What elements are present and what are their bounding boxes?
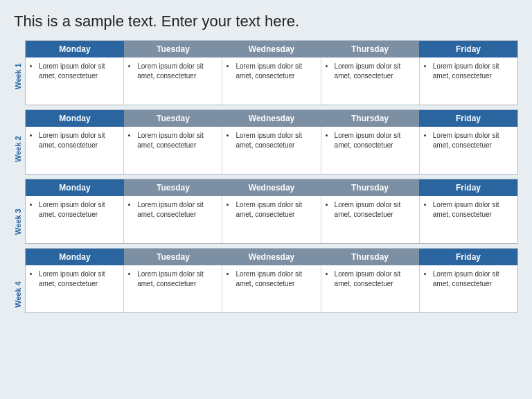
week-label-1: Week 1	[14, 40, 22, 113]
week4-tuesday-header: Tuesday	[124, 249, 222, 265]
week-row-4: Monday Tuesday Wednesday Thursday Friday…	[25, 248, 518, 313]
week3-monday-cell[interactable]: Lorem ipsum dolor sit amet, consectetuer	[26, 196, 124, 243]
week2-tuesday-header: Tuesday	[124, 110, 222, 127]
week3-friday-cell[interactable]: Lorem ipsum dolor sit amet, consectetuer	[420, 196, 517, 243]
week4-friday-header: Friday	[419, 249, 517, 265]
week3-friday-header: Friday	[419, 179, 517, 196]
week2-thursday-cell[interactable]: Lorem ipsum dolor sit amet, consectetuer	[321, 127, 420, 174]
week-label-2: Week 2	[14, 113, 22, 186]
week2-monday-header: Monday	[26, 110, 124, 127]
week3-day-cells: Lorem ipsum dolor sit amet, consectetuer…	[26, 196, 517, 243]
week-row-2: Monday Tuesday Wednesday Thursday Friday…	[25, 109, 518, 175]
week-labels: Week 1 Week 2 Week 3 Week 4	[14, 40, 22, 331]
week4-thursday-header: Thursday	[321, 249, 419, 265]
page-title: This is a sample text. Enter your text h…	[14, 12, 299, 30]
week1-wednesday-header: Wednesday	[222, 41, 321, 57]
week4-thursday-cell[interactable]: Lorem ipsum dolor sit amet, consectetuer	[321, 265, 420, 312]
week3-day-headers: Monday Tuesday Wednesday Thursday Friday	[26, 179, 517, 196]
week1-day-cells: Lorem ipsum dolor sit amet, consectetuer…	[26, 57, 517, 105]
week3-wednesday-cell[interactable]: Lorem ipsum dolor sit amet, consectetuer	[222, 196, 321, 243]
week4-monday-cell[interactable]: Lorem ipsum dolor sit amet, consectetuer	[26, 265, 124, 312]
week2-friday-header: Friday	[419, 110, 517, 127]
week2-day-cells: Lorem ipsum dolor sit amet, consectetuer…	[26, 127, 517, 174]
week4-wednesday-header: Wednesday	[222, 249, 321, 265]
week1-thursday-cell[interactable]: Lorem ipsum dolor sit amet, consectetuer	[321, 57, 420, 105]
week4-tuesday-cell[interactable]: Lorem ipsum dolor sit amet, consectetuer	[124, 265, 222, 312]
week1-wednesday-cell[interactable]: Lorem ipsum dolor sit amet, consectetuer	[222, 57, 321, 105]
week3-thursday-header: Thursday	[321, 179, 419, 196]
week1-tuesday-header: Tuesday	[124, 41, 222, 57]
week4-wednesday-cell[interactable]: Lorem ipsum dolor sit amet, consectetuer	[222, 265, 321, 312]
week1-monday-header: Monday	[26, 41, 124, 57]
week1-thursday-header: Thursday	[321, 41, 419, 57]
week1-friday-cell[interactable]: Lorem ipsum dolor sit amet, consectetuer	[420, 57, 517, 105]
week1-day-headers: Monday Tuesday Wednesday Thursday Friday	[26, 41, 517, 57]
week2-wednesday-header: Wednesday	[222, 110, 321, 127]
week-row-3: Monday Tuesday Wednesday Thursday Friday…	[25, 179, 518, 244]
week3-tuesday-cell[interactable]: Lorem ipsum dolor sit amet, consectetuer	[124, 196, 222, 243]
week1-tuesday-cell[interactable]: Lorem ipsum dolor sit amet, consectetuer	[124, 57, 222, 105]
week3-monday-header: Monday	[26, 179, 124, 196]
week2-thursday-header: Thursday	[321, 110, 419, 127]
week4-day-cells: Lorem ipsum dolor sit amet, consectetuer…	[26, 265, 517, 312]
week-label-3: Week 3	[14, 186, 22, 258]
week2-day-headers: Monday Tuesday Wednesday Thursday Friday	[26, 110, 517, 127]
week2-monday-cell[interactable]: Lorem ipsum dolor sit amet, consectetuer	[26, 127, 124, 174]
week4-day-headers: Monday Tuesday Wednesday Thursday Friday	[26, 249, 517, 265]
week-label-4: Week 4	[14, 258, 22, 331]
week2-friday-cell[interactable]: Lorem ipsum dolor sit amet, consectetuer	[420, 127, 517, 174]
week3-thursday-cell[interactable]: Lorem ipsum dolor sit amet, consectetuer	[321, 196, 420, 243]
week-row-1: Monday Tuesday Wednesday Thursday Friday…	[25, 40, 518, 105]
week2-wednesday-cell[interactable]: Lorem ipsum dolor sit amet, consectetuer	[222, 127, 321, 174]
week4-monday-header: Monday	[26, 249, 124, 265]
week2-tuesday-cell[interactable]: Lorem ipsum dolor sit amet, consectetuer	[124, 127, 222, 174]
calendar-grid: Monday Tuesday Wednesday Thursday Friday…	[25, 40, 518, 331]
week1-monday-cell[interactable]: Lorem ipsum dolor sit amet, consectetuer	[26, 57, 124, 105]
week4-friday-cell[interactable]: Lorem ipsum dolor sit amet, consectetuer	[420, 265, 517, 312]
week3-wednesday-header: Wednesday	[222, 179, 321, 196]
week3-tuesday-header: Tuesday	[124, 179, 222, 196]
calendar-wrapper: Week 1 Week 2 Week 3 Week 4 Monday Tuesd…	[14, 40, 518, 331]
week1-friday-header: Friday	[419, 41, 517, 57]
